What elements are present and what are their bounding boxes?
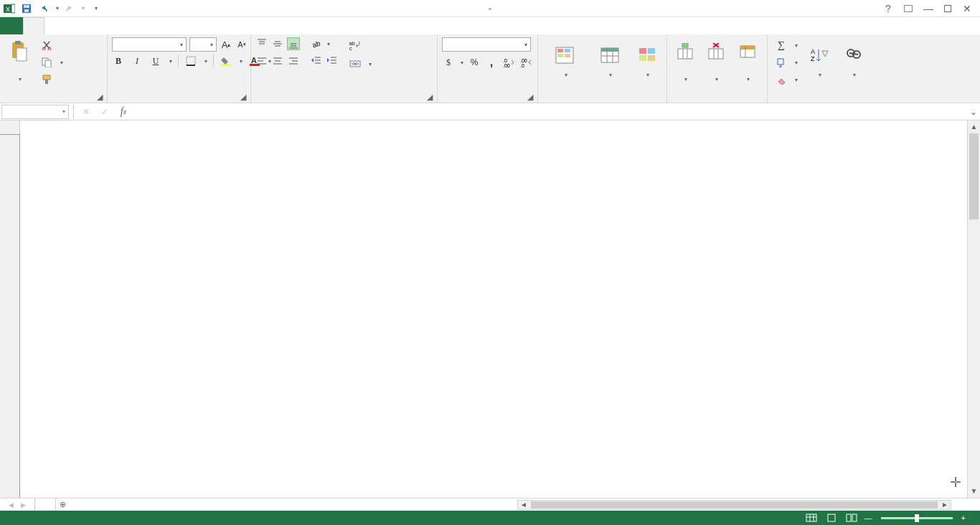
decrease-decimal-icon[interactable]: .00.0 xyxy=(519,56,532,69)
italic-button[interactable]: I xyxy=(131,55,143,67)
scroll-right-icon[interactable]: ► xyxy=(939,501,951,509)
zoom-in-button[interactable]: + xyxy=(958,514,969,522)
tab-insert[interactable] xyxy=(44,17,65,34)
accounting-format-icon[interactable]: $ xyxy=(442,56,455,69)
sign-in-link[interactable] xyxy=(963,17,980,34)
page-layout-view-icon[interactable] xyxy=(822,512,841,524)
tab-page-layout[interactable] xyxy=(65,17,85,34)
find-select-button[interactable]: ▾ xyxy=(838,37,870,85)
scroll-down-icon[interactable]: ▼ xyxy=(968,485,980,498)
scroll-left-icon[interactable]: ◄ xyxy=(518,501,529,509)
close-icon[interactable]: ✕ xyxy=(961,3,973,14)
expand-formula-bar-icon[interactable]: ⌄ xyxy=(967,107,980,117)
tab-view[interactable] xyxy=(145,17,165,34)
align-center-icon[interactable] xyxy=(271,55,284,67)
format-as-table-button[interactable]: ▾ xyxy=(591,37,630,85)
format-cells-button[interactable]: ▾ xyxy=(732,37,763,85)
conditional-formatting-icon xyxy=(555,44,576,68)
maximize-icon[interactable] xyxy=(944,5,951,12)
align-top-icon[interactable] xyxy=(255,37,268,50)
zoom-out-button[interactable]: — xyxy=(862,514,875,522)
hscroll-thumb[interactable] xyxy=(531,501,938,509)
tab-file[interactable] xyxy=(0,17,23,34)
format-painter-icon xyxy=(40,73,53,86)
insert-function-icon[interactable]: fx xyxy=(114,105,133,119)
orientation-icon[interactable]: ab xyxy=(310,37,323,50)
increase-font-icon[interactable]: A▴ xyxy=(220,38,232,51)
increase-decimal-icon[interactable]: .0.00 xyxy=(502,56,515,69)
paste-button[interactable]: ▾ xyxy=(4,37,34,85)
bold-button[interactable]: B xyxy=(112,55,125,67)
merge-center-button[interactable]: ▾ xyxy=(346,56,374,72)
insert-cells-button[interactable]: ▾ xyxy=(672,37,699,85)
align-left-icon[interactable] xyxy=(255,55,268,67)
vscroll-thumb[interactable] xyxy=(969,133,979,219)
undo-dropdown-icon[interactable]: ▾ xyxy=(55,5,59,11)
status-bar: — + xyxy=(0,511,980,525)
alignment-launcher-icon[interactable]: ◢ xyxy=(425,93,434,101)
wrap-text-button[interactable]: abc xyxy=(346,37,374,53)
font-size-combo[interactable]: ▾ xyxy=(189,37,217,52)
clear-button[interactable]: ▾ xyxy=(772,72,801,88)
sheet-next-icon[interactable]: ► xyxy=(19,501,27,509)
cell-styles-button[interactable]: ▾ xyxy=(632,37,662,85)
sheet-tab-active[interactable] xyxy=(34,498,56,511)
sheet-nav[interactable]: ◄► xyxy=(0,501,34,509)
tab-home[interactable] xyxy=(23,17,44,34)
sort-filter-button[interactable]: AZ ▾ xyxy=(804,37,835,85)
number-launcher-icon[interactable]: ◢ xyxy=(526,93,534,101)
autosum-button[interactable]: ∑▾ xyxy=(772,37,801,53)
align-middle-icon[interactable] xyxy=(271,37,284,50)
sheet-prev-icon[interactable]: ◄ xyxy=(7,501,15,509)
copy-button[interactable]: ▾ xyxy=(37,55,66,70)
percent-format-icon[interactable]: % xyxy=(468,56,481,69)
undo-icon[interactable] xyxy=(37,2,50,15)
fill-color-icon[interactable] xyxy=(220,55,232,67)
increase-indent-icon[interactable] xyxy=(326,55,339,67)
enter-formula-icon[interactable]: ✓ xyxy=(95,105,114,119)
tab-formulas[interactable] xyxy=(85,17,105,34)
add-sheet-button[interactable]: ⊕ xyxy=(56,500,70,509)
clipboard-launcher-icon[interactable]: ◢ xyxy=(95,93,104,101)
underline-button[interactable]: U xyxy=(149,55,162,67)
cells-area[interactable] xyxy=(20,135,980,498)
row-headers[interactable] xyxy=(0,135,20,498)
delete-cells-button[interactable]: ▾ xyxy=(702,37,729,85)
redo-icon[interactable] xyxy=(63,2,76,15)
save-icon[interactable] xyxy=(20,2,33,15)
align-right-icon[interactable] xyxy=(287,55,300,67)
cancel-formula-icon[interactable]: ✕ xyxy=(77,105,95,119)
formula-input[interactable] xyxy=(133,105,967,119)
conditional-formatting-button[interactable]: ▾ xyxy=(542,37,588,85)
normal-view-icon[interactable] xyxy=(802,512,821,524)
sort-filter-icon: AZ xyxy=(810,44,829,68)
select-all-corner[interactable] xyxy=(0,120,20,135)
svg-rect-13 xyxy=(43,75,50,80)
svg-rect-56 xyxy=(565,54,570,57)
font-name-combo[interactable]: ▾ xyxy=(112,37,187,52)
horizontal-scrollbar[interactable]: ◄ ► xyxy=(517,500,951,510)
zoom-thumb[interactable] xyxy=(915,514,919,522)
cut-button[interactable] xyxy=(37,37,66,53)
redo-dropdown-icon[interactable]: ▾ xyxy=(80,5,85,11)
tab-review[interactable] xyxy=(125,17,145,34)
scroll-up-icon[interactable]: ▲ xyxy=(968,120,980,133)
vertical-scrollbar[interactable]: ▲ ▼ xyxy=(967,120,980,498)
fill-button[interactable]: ▾ xyxy=(772,55,801,70)
comma-format-icon[interactable]: , xyxy=(485,56,498,69)
format-painter-button[interactable] xyxy=(37,72,66,88)
align-bottom-icon[interactable] xyxy=(287,37,300,50)
zoom-slider[interactable] xyxy=(881,517,953,519)
qat-customize-icon[interactable]: ▾ xyxy=(93,5,98,11)
border-icon[interactable] xyxy=(184,55,197,67)
ribbon-display-icon[interactable] xyxy=(904,5,913,12)
decrease-font-icon[interactable]: A▾ xyxy=(235,38,248,51)
font-launcher-icon[interactable]: ◢ xyxy=(239,93,248,101)
tab-data[interactable] xyxy=(105,17,125,34)
page-break-view-icon[interactable] xyxy=(842,512,861,524)
decrease-indent-icon[interactable] xyxy=(310,55,323,67)
help-icon[interactable]: ? xyxy=(882,3,894,14)
minimize-icon[interactable]: — xyxy=(923,3,934,14)
number-format-combo[interactable]: ▾ xyxy=(442,37,531,52)
name-box[interactable]: ▾ xyxy=(1,105,69,119)
